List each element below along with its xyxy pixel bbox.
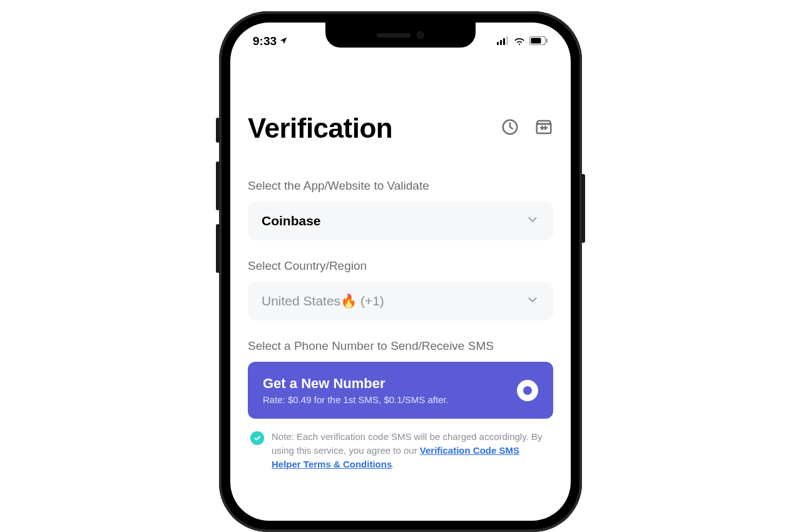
screen: 9:33 [230, 23, 571, 521]
phone-frame: 9:33 [219, 11, 582, 532]
select-phone-label: Select a Phone Number to Send/Receive SM… [248, 339, 553, 353]
page-title: Verification [248, 113, 392, 144]
status-time: 9:33 [253, 34, 277, 48]
get-new-number-button[interactable]: Get a New Number Rate: $0.49 for the 1st… [248, 362, 553, 419]
chevron-down-icon [526, 293, 539, 309]
side-button-volume-down [216, 224, 220, 273]
notch [325, 23, 476, 48]
svg-rect-2 [503, 38, 505, 45]
app-select[interactable]: Coinbase [248, 202, 553, 240]
history-icon[interactable] [501, 118, 519, 139]
fire-emoji-icon: 🔥 [340, 294, 357, 308]
select-app-label: Select the App/Website to Validate [248, 179, 553, 193]
new-number-rate: Rate: $0.49 for the 1st SMS, $0.1/SMS af… [263, 394, 449, 405]
select-country-label: Select Country/Region [248, 259, 553, 273]
new-number-title: Get a New Number [263, 376, 449, 392]
side-button-volume-up [216, 161, 220, 210]
note-text: Note: Each verification code SMS will be… [272, 430, 551, 471]
app-select-value: Coinbase [262, 213, 321, 228]
country-select[interactable]: United States🔥 (+1) [248, 282, 553, 320]
front-camera [417, 31, 424, 39]
side-button-power [581, 174, 585, 243]
country-select-value: United States🔥 (+1) [262, 294, 384, 309]
check-circle-icon [250, 431, 264, 445]
cellular-signal-icon [497, 34, 509, 48]
svg-rect-1 [500, 40, 502, 45]
location-arrow-icon [279, 34, 288, 48]
svg-rect-6 [531, 38, 541, 44]
svg-rect-0 [497, 42, 499, 45]
chevron-down-icon [526, 213, 539, 229]
svg-rect-5 [546, 39, 548, 43]
archive-icon[interactable] [534, 118, 553, 139]
wifi-icon [513, 34, 526, 48]
battery-icon [529, 34, 548, 48]
radio-selected-icon [517, 380, 538, 401]
speaker-grille [377, 33, 411, 38]
svg-rect-3 [506, 36, 508, 45]
note-row: Note: Each verification code SMS will be… [248, 430, 553, 471]
side-button-mute [216, 118, 220, 143]
